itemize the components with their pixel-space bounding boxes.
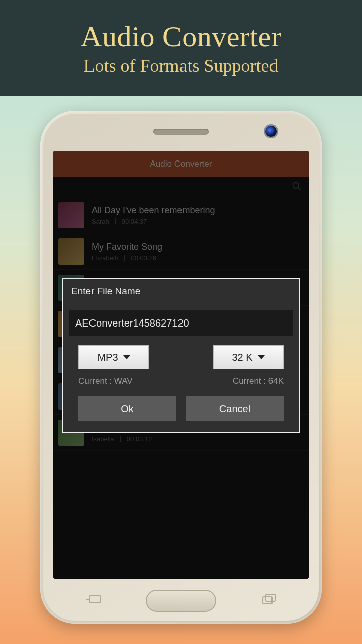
earpiece [153, 129, 209, 135]
current-format-label: Current : WAV [78, 376, 133, 386]
current-bitrate-label: Current : 64K [233, 376, 284, 386]
bitrate-dropdown[interactable]: 32 K [213, 345, 284, 369]
svg-rect-2 [89, 596, 101, 603]
promo-title: Audio Converter [81, 20, 282, 53]
recent-apps-icon[interactable] [261, 593, 277, 608]
chevron-down-icon [123, 355, 130, 359]
format-value: MP3 [97, 352, 118, 363]
cancel-button[interactable]: Cancel [186, 396, 284, 421]
promo-subtitle: Lots of Formats Supported [84, 55, 279, 76]
front-camera [265, 126, 277, 137]
dialog-title: Enter File Name [63, 279, 299, 304]
promo-header: Audio Converter Lots of Formats Supporte… [0, 0, 362, 96]
filename-input[interactable] [69, 310, 293, 336]
back-button-icon[interactable] [85, 593, 103, 608]
chevron-down-icon [258, 355, 265, 359]
svg-rect-3 [263, 597, 272, 604]
bitrate-value: 32 K [232, 352, 252, 363]
format-dropdown[interactable]: MP3 [78, 345, 149, 369]
phone-screen: Audio Converter All Day I've been rememb… [53, 151, 309, 579]
phone-frame: Audio Converter All Day I've been rememb… [40, 111, 322, 624]
svg-rect-4 [266, 594, 275, 601]
filename-dialog: Enter File Name MP3 32 K Current : WAV C… [62, 278, 300, 433]
home-button[interactable] [146, 590, 216, 612]
ok-button[interactable]: Ok [78, 396, 176, 421]
